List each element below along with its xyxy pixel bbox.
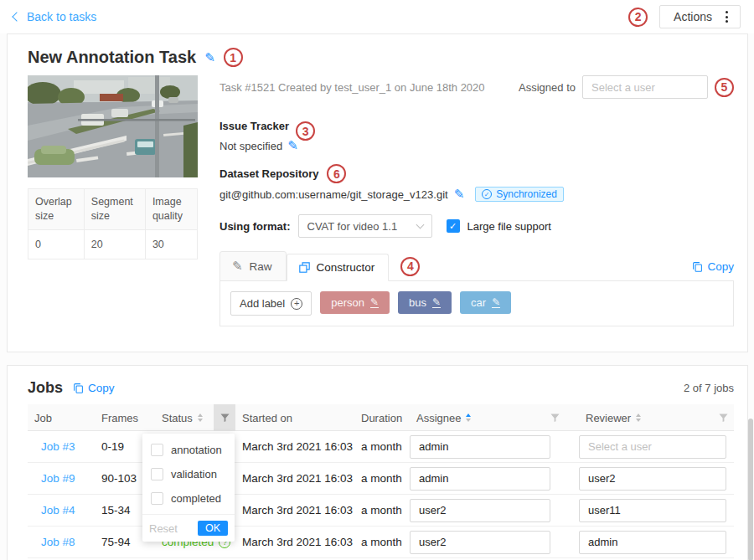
column-header-job: Job bbox=[28, 412, 95, 424]
filter-option-label: completed bbox=[171, 492, 221, 505]
reviewer-input[interactable] bbox=[579, 499, 726, 522]
task-preview-image bbox=[28, 75, 198, 177]
edit-label-icon[interactable]: ✎ bbox=[432, 297, 441, 309]
using-format-label: Using format: bbox=[219, 220, 291, 233]
issue-tracker-value: Not specified bbox=[219, 140, 282, 152]
started-cell: March 3rd 2021 16:03 bbox=[235, 536, 354, 548]
status-header-label: Status bbox=[162, 412, 193, 424]
scrollbar-thumb[interactable] bbox=[748, 419, 753, 560]
sort-carets-icon[interactable] bbox=[466, 414, 471, 422]
kebab-menu-icon[interactable] bbox=[722, 10, 731, 23]
top-bar: Back to tasks 2 Actions bbox=[0, 0, 754, 33]
assignee-input[interactable] bbox=[410, 435, 550, 459]
filter-option-validation[interactable]: validation bbox=[142, 462, 235, 486]
annotation-circle-4: 4 bbox=[400, 257, 420, 276]
annotation-circle-2: 2 bbox=[628, 8, 648, 27]
assigned-to-label: Assigned to bbox=[519, 81, 576, 94]
job-row-4: Job #4 15-34 March 3rd 2021 16:03 a mont… bbox=[28, 495, 734, 527]
label-chip-person-text: person bbox=[331, 296, 364, 309]
add-label-text: Add label bbox=[240, 297, 285, 310]
job-row-9: Job #9 90-103 March 3rd 2021 16:03 a mon… bbox=[28, 463, 734, 495]
copy-icon bbox=[73, 383, 84, 393]
param-header-segment: Segment size bbox=[84, 189, 145, 230]
back-to-tasks-link[interactable]: Back to tasks bbox=[13, 10, 96, 23]
annotation-circle-6: 6 bbox=[327, 164, 346, 183]
jobs-table-header: Job Frames Status Started on Duration As… bbox=[28, 404, 734, 431]
task-detail-card: New Annotation Task ✎ 1 bbox=[7, 33, 748, 352]
job-row-8: Job #8 75-94 completed ? March 3rd 2021 … bbox=[28, 527, 734, 558]
copy-icon bbox=[692, 261, 703, 272]
edit-label-icon[interactable]: ✎ bbox=[492, 297, 500, 309]
label-chip-person[interactable]: person ✎ bbox=[320, 291, 390, 314]
block-icon bbox=[299, 262, 310, 273]
reviewer-header-label: Reviewer bbox=[586, 412, 631, 424]
status-filter-dropdown: annotation validation completed Reset OK bbox=[142, 434, 235, 542]
checkbox-unchecked-icon[interactable] bbox=[151, 444, 163, 456]
job-row-3: Job #3 0-19 March 3rd 2021 16:03 a month bbox=[28, 431, 734, 463]
task-params-table: Overlap size Segment size Image quality … bbox=[28, 188, 198, 259]
column-header-started: Started on bbox=[235, 412, 354, 424]
filter-option-completed[interactable]: completed bbox=[142, 486, 235, 511]
filter-option-annotation[interactable]: annotation bbox=[142, 438, 235, 462]
assigned-to-input[interactable] bbox=[582, 75, 708, 99]
edit-title-icon[interactable]: ✎ bbox=[204, 50, 215, 65]
edit-repository-icon[interactable]: ✎ bbox=[454, 187, 465, 202]
actions-button[interactable]: Actions bbox=[659, 5, 741, 28]
reviewer-input[interactable] bbox=[579, 435, 726, 459]
labels-copy-label: Copy bbox=[707, 260, 734, 273]
filter-ok-button[interactable]: OK bbox=[198, 521, 228, 536]
sort-carets-icon[interactable] bbox=[198, 414, 203, 422]
large-file-checkbox[interactable]: ✓ bbox=[447, 219, 460, 233]
column-header-assignee[interactable]: Assignee bbox=[410, 404, 579, 431]
param-header-overlap: Overlap size bbox=[28, 189, 85, 230]
job-link[interactable]: Job #3 bbox=[28, 440, 95, 453]
jobs-copy-label: Copy bbox=[88, 382, 115, 394]
task-title: New Annotation Task bbox=[28, 48, 196, 67]
filter-option-label: annotation bbox=[171, 444, 222, 456]
label-chip-bus[interactable]: bus ✎ bbox=[398, 291, 452, 314]
edit-label-icon[interactable]: ✎ bbox=[370, 297, 379, 309]
filter-option-label: validation bbox=[171, 468, 217, 480]
tab-constructor[interactable]: Constructor bbox=[287, 254, 390, 281]
param-header-quality: Image quality bbox=[145, 189, 197, 230]
column-header-reviewer[interactable]: Reviewer bbox=[579, 404, 734, 431]
labels-copy-button[interactable]: Copy bbox=[692, 260, 734, 273]
repository-url[interactable]: git@github.com:username/git_storage_v123… bbox=[219, 188, 448, 201]
checkbox-unchecked-icon[interactable] bbox=[151, 492, 163, 505]
format-select[interactable]: CVAT for video 1.1 bbox=[298, 214, 432, 238]
column-header-duration: Duration bbox=[354, 412, 410, 424]
assignee-input[interactable] bbox=[410, 467, 550, 491]
reviewer-input[interactable] bbox=[579, 531, 726, 554]
sort-carets-icon[interactable] bbox=[636, 414, 641, 422]
plus-circle-icon: + bbox=[291, 298, 302, 310]
annotation-circle-3: 3 bbox=[296, 121, 315, 141]
jobs-title: Jobs bbox=[28, 379, 63, 397]
back-to-tasks-label: Back to tasks bbox=[27, 10, 96, 23]
issue-tracker-label: Issue Tracker bbox=[219, 120, 289, 132]
checkbox-unchecked-icon[interactable] bbox=[151, 468, 163, 480]
param-value-overlap: 0 bbox=[28, 229, 85, 259]
reviewer-input[interactable] bbox=[579, 467, 726, 491]
assignee-input[interactable] bbox=[410, 499, 550, 522]
jobs-copy-button[interactable]: Copy bbox=[73, 382, 115, 394]
large-file-label: Large file support bbox=[467, 220, 551, 233]
raw-tab-label: Raw bbox=[250, 260, 272, 273]
started-cell: March 3rd 2021 16:03 bbox=[235, 440, 354, 453]
job-link[interactable]: Job #4 bbox=[28, 504, 95, 516]
filter-reset-button[interactable]: Reset bbox=[149, 522, 178, 535]
job-link[interactable]: Job #8 bbox=[28, 536, 95, 548]
add-label-button[interactable]: Add label + bbox=[230, 291, 312, 316]
started-cell: March 3rd 2021 16:03 bbox=[235, 504, 354, 516]
edit-issue-tracker-icon[interactable]: ✎ bbox=[287, 138, 298, 153]
job-link[interactable]: Job #9 bbox=[28, 472, 95, 485]
annotation-circle-5: 5 bbox=[715, 78, 734, 97]
label-chip-bus-text: bus bbox=[409, 296, 426, 309]
status-filter-icon[interactable] bbox=[214, 404, 235, 431]
assignee-filter-icon[interactable] bbox=[544, 404, 566, 431]
annotation-circle-1: 1 bbox=[224, 48, 243, 67]
reviewer-filter-icon[interactable] bbox=[712, 404, 734, 431]
assignee-input[interactable] bbox=[410, 531, 550, 554]
tab-raw[interactable]: ✎ Raw bbox=[219, 251, 287, 281]
label-chip-car[interactable]: car ✎ bbox=[460, 291, 511, 314]
column-header-status[interactable]: Status bbox=[155, 404, 235, 431]
